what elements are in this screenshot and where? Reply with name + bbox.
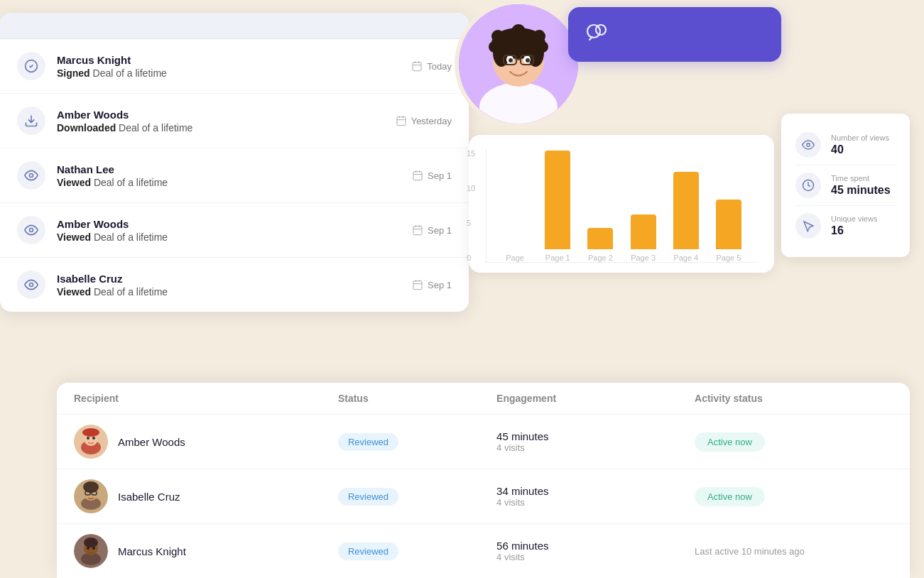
chart-x-label-5: Page 5 <box>717 253 741 262</box>
svg-point-34 <box>526 58 530 62</box>
stat-value: 16 <box>831 224 877 237</box>
activity-date: Sep 1 <box>412 224 452 236</box>
chart-bars-group: Page Page 1 Page 2 Page 3 Page 4 Page 5 <box>494 149 750 262</box>
table-header: RecipientStatusEngagementActivity status <box>57 383 910 415</box>
activity-date: Sep 1 <box>412 170 452 181</box>
chart-bar-col-1: Page 1 <box>536 151 579 263</box>
recipient-avatar <box>74 479 108 513</box>
chart-bar-col-5: Page 5 <box>707 200 750 263</box>
table-header-activity-status: Activity status <box>695 393 893 404</box>
chart-x-label-0: Page <box>506 253 524 262</box>
activity-icon-eye <box>17 161 45 190</box>
activity-desc: Viewed Deal of a lifetime <box>57 177 401 188</box>
chart-bar-5 <box>716 200 741 250</box>
profile-section <box>455 0 582 128</box>
activity-name: Nathan Lee <box>57 163 401 175</box>
svg-point-40 <box>491 30 504 43</box>
stat-item-clock: Time spent 45 minutes <box>795 165 896 206</box>
svg-point-43 <box>587 25 600 38</box>
svg-rect-1 <box>413 62 421 71</box>
recipient-cell: Isabelle Cruz <box>74 479 338 513</box>
table-row: Marcus Knight Reviewed 56 minutes 4 visi… <box>57 524 910 578</box>
svg-point-15 <box>30 229 33 232</box>
recipient-name: Marcus Knight <box>118 545 186 557</box>
stat-label: Number of views <box>831 133 889 142</box>
chart-x-label-4: Page 4 <box>673 253 698 262</box>
stat-item-cursor: Unique views 16 <box>795 206 896 246</box>
table-row: Isabelle Cruz Reviewed 34 minutes 4 visi… <box>57 469 910 524</box>
engagement-time: 45 minutes <box>496 430 695 442</box>
svg-rect-6 <box>397 117 406 126</box>
engagement-visits: 4 visits <box>496 552 695 562</box>
status-badge: Reviewed <box>338 433 398 451</box>
status-cell: Reviewed <box>338 433 496 451</box>
engagement-cell: 45 minutes 4 visits <box>496 430 695 453</box>
profile-avatar <box>455 0 582 128</box>
stats-panel: Number of views 40 Time spent 45 minutes… <box>781 114 910 257</box>
y-label-5: 5 <box>467 219 475 227</box>
stat-info: Number of views 40 <box>831 133 889 156</box>
activity-date: Sep 1 <box>412 279 452 290</box>
chart-x-label-1: Page 1 <box>545 253 570 262</box>
activity-panel-title <box>0 13 469 39</box>
chart-bar-2 <box>587 228 613 249</box>
activity-name: Amber Woods <box>57 109 384 121</box>
svg-point-52 <box>92 437 95 440</box>
engagement-visits: 4 visits <box>496 497 695 508</box>
recipient-name: Isabelle Cruz <box>118 491 180 503</box>
activity-icon-check <box>17 52 45 80</box>
engagement-visits: 4 visits <box>496 442 695 453</box>
chart-bar-col-3: Page 3 <box>622 214 665 263</box>
chart-bar-1 <box>545 151 570 250</box>
activity-icon-eye <box>17 216 45 244</box>
chart-bar-col-0: Page <box>494 249 536 262</box>
svg-point-56 <box>83 481 99 493</box>
stat-value: 40 <box>831 143 889 156</box>
svg-point-41 <box>511 24 526 38</box>
svg-point-20 <box>30 283 33 287</box>
activity-item: Marcus Knight Signed Deal of a lifetime … <box>0 39 469 94</box>
svg-point-39 <box>537 41 548 53</box>
svg-point-44 <box>596 25 606 35</box>
activity-desc: Signed Deal of a lifetime <box>57 67 400 79</box>
activity-content: Amber Woods Downloaded Deal of a lifetim… <box>57 109 384 133</box>
svg-point-45 <box>807 143 810 147</box>
svg-rect-11 <box>413 172 422 180</box>
engagement-time: 56 minutes <box>496 540 695 552</box>
activity-item: Amber Woods Viewed Deal of a lifetime Se… <box>0 203 469 258</box>
chart-x-label-2: Page 2 <box>588 253 613 262</box>
activity-content: Isabelle Cruz Viewed Deal of a lifetime <box>57 273 401 298</box>
stat-icon-clock <box>795 173 821 198</box>
status-cell: Reviewed <box>338 542 496 560</box>
chart-bar-col-4: Page 4 <box>665 172 707 263</box>
activity-content: Nathan Lee Viewed Deal of a lifetime <box>57 163 401 188</box>
y-label-0: 0 <box>467 253 475 262</box>
activity-content: Marcus Knight Signed Deal of a lifetime <box>57 54 400 79</box>
recipients-table: RecipientStatusEngagementActivity status… <box>57 383 910 578</box>
svg-point-62 <box>84 538 98 547</box>
y-label-15: 15 <box>467 149 475 158</box>
stat-label: Unique views <box>831 214 877 223</box>
status-badge: Reviewed <box>338 542 398 560</box>
activity-status-cell: Active now <box>695 432 893 452</box>
activity-name: Isabelle Cruz <box>57 273 401 285</box>
engagement-cell: 56 minutes 4 visits <box>496 540 695 562</box>
svg-rect-16 <box>413 227 422 235</box>
chart-bar-4 <box>673 172 699 250</box>
activity-panel: Marcus Knight Signed Deal of a lifetime … <box>0 13 469 312</box>
chart-bar-3 <box>631 214 656 250</box>
activity-status-badge: Active now <box>695 432 765 452</box>
activity-name: Marcus Knight <box>57 54 400 66</box>
activity-desc: Downloaded Deal of a lifetime <box>57 122 384 133</box>
table-row: Amber Woods Reviewed 45 minutes 4 visits… <box>57 415 910 469</box>
activity-name: Amber Woods <box>57 218 401 230</box>
table-body: Amber Woods Reviewed 45 minutes 4 visits… <box>57 415 910 578</box>
svg-point-10 <box>30 174 33 178</box>
stat-info: Time spent 45 minutes <box>831 174 891 197</box>
activity-status-cell: Last active 10 minutes ago <box>695 545 893 557</box>
svg-rect-21 <box>413 281 422 290</box>
recipient-name: Amber Woods <box>118 436 185 448</box>
activity-item: Amber Woods Downloaded Deal of a lifetim… <box>0 94 469 148</box>
activity-date: Yesterday <box>396 115 452 126</box>
status-cell: Reviewed <box>338 488 496 506</box>
